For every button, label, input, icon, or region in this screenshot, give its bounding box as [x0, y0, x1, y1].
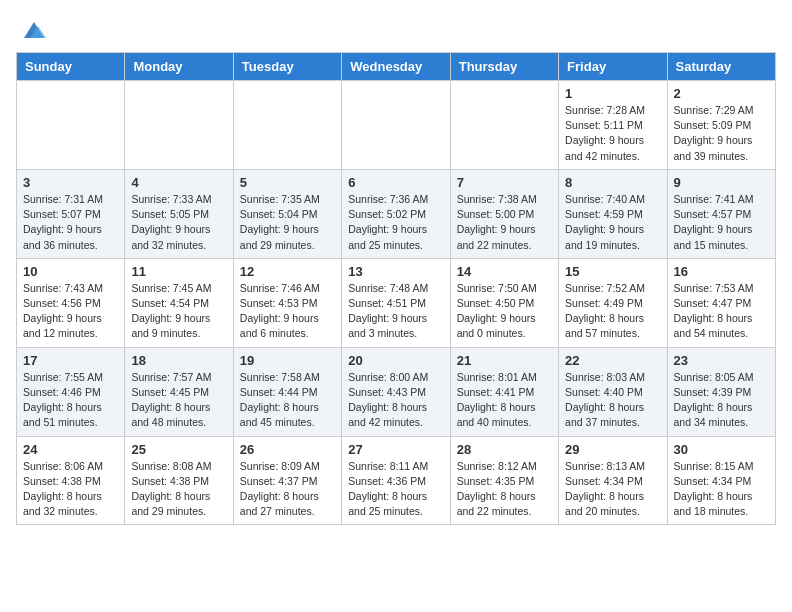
day-number: 17 [23, 353, 118, 368]
day-info: Sunrise: 7:43 AM Sunset: 4:56 PM Dayligh… [23, 281, 118, 342]
day-info: Sunrise: 7:31 AM Sunset: 5:07 PM Dayligh… [23, 192, 118, 253]
calendar-cell: 7Sunrise: 7:38 AM Sunset: 5:00 PM Daylig… [450, 169, 558, 258]
day-number: 25 [131, 442, 226, 457]
day-number: 11 [131, 264, 226, 279]
day-info: Sunrise: 7:36 AM Sunset: 5:02 PM Dayligh… [348, 192, 443, 253]
calendar-cell: 29Sunrise: 8:13 AM Sunset: 4:34 PM Dayli… [559, 436, 667, 525]
day-number: 16 [674, 264, 769, 279]
day-number: 9 [674, 175, 769, 190]
day-number: 10 [23, 264, 118, 279]
day-number: 28 [457, 442, 552, 457]
day-info: Sunrise: 7:45 AM Sunset: 4:54 PM Dayligh… [131, 281, 226, 342]
day-number: 3 [23, 175, 118, 190]
day-number: 18 [131, 353, 226, 368]
day-info: Sunrise: 8:01 AM Sunset: 4:41 PM Dayligh… [457, 370, 552, 431]
day-number: 1 [565, 86, 660, 101]
column-header-wednesday: Wednesday [342, 53, 450, 81]
calendar-cell: 11Sunrise: 7:45 AM Sunset: 4:54 PM Dayli… [125, 258, 233, 347]
calendar-cell [125, 81, 233, 170]
day-info: Sunrise: 7:52 AM Sunset: 4:49 PM Dayligh… [565, 281, 660, 342]
day-number: 4 [131, 175, 226, 190]
calendar-cell: 28Sunrise: 8:12 AM Sunset: 4:35 PM Dayli… [450, 436, 558, 525]
calendar-cell: 20Sunrise: 8:00 AM Sunset: 4:43 PM Dayli… [342, 347, 450, 436]
column-header-monday: Monday [125, 53, 233, 81]
day-number: 14 [457, 264, 552, 279]
day-info: Sunrise: 7:33 AM Sunset: 5:05 PM Dayligh… [131, 192, 226, 253]
day-info: Sunrise: 7:57 AM Sunset: 4:45 PM Dayligh… [131, 370, 226, 431]
day-number: 24 [23, 442, 118, 457]
day-info: Sunrise: 7:38 AM Sunset: 5:00 PM Dayligh… [457, 192, 552, 253]
day-info: Sunrise: 7:48 AM Sunset: 4:51 PM Dayligh… [348, 281, 443, 342]
calendar-cell [342, 81, 450, 170]
calendar-cell: 30Sunrise: 8:15 AM Sunset: 4:34 PM Dayli… [667, 436, 775, 525]
calendar-cell [233, 81, 341, 170]
calendar-cell [17, 81, 125, 170]
calendar-cell: 5Sunrise: 7:35 AM Sunset: 5:04 PM Daylig… [233, 169, 341, 258]
day-number: 22 [565, 353, 660, 368]
day-info: Sunrise: 7:55 AM Sunset: 4:46 PM Dayligh… [23, 370, 118, 431]
day-info: Sunrise: 8:05 AM Sunset: 4:39 PM Dayligh… [674, 370, 769, 431]
week-row-3: 10Sunrise: 7:43 AM Sunset: 4:56 PM Dayli… [17, 258, 776, 347]
column-header-sunday: Sunday [17, 53, 125, 81]
day-number: 27 [348, 442, 443, 457]
day-info: Sunrise: 8:11 AM Sunset: 4:36 PM Dayligh… [348, 459, 443, 520]
day-info: Sunrise: 8:12 AM Sunset: 4:35 PM Dayligh… [457, 459, 552, 520]
logo-icon [20, 16, 48, 44]
calendar-cell: 23Sunrise: 8:05 AM Sunset: 4:39 PM Dayli… [667, 347, 775, 436]
day-number: 20 [348, 353, 443, 368]
column-header-saturday: Saturday [667, 53, 775, 81]
day-info: Sunrise: 8:13 AM Sunset: 4:34 PM Dayligh… [565, 459, 660, 520]
calendar-cell: 15Sunrise: 7:52 AM Sunset: 4:49 PM Dayli… [559, 258, 667, 347]
calendar-cell: 13Sunrise: 7:48 AM Sunset: 4:51 PM Dayli… [342, 258, 450, 347]
day-info: Sunrise: 7:46 AM Sunset: 4:53 PM Dayligh… [240, 281, 335, 342]
day-info: Sunrise: 8:08 AM Sunset: 4:38 PM Dayligh… [131, 459, 226, 520]
calendar-cell: 27Sunrise: 8:11 AM Sunset: 4:36 PM Dayli… [342, 436, 450, 525]
day-info: Sunrise: 8:03 AM Sunset: 4:40 PM Dayligh… [565, 370, 660, 431]
day-number: 5 [240, 175, 335, 190]
day-number: 23 [674, 353, 769, 368]
calendar-cell: 26Sunrise: 8:09 AM Sunset: 4:37 PM Dayli… [233, 436, 341, 525]
day-number: 21 [457, 353, 552, 368]
day-number: 26 [240, 442, 335, 457]
day-info: Sunrise: 8:09 AM Sunset: 4:37 PM Dayligh… [240, 459, 335, 520]
day-number: 29 [565, 442, 660, 457]
calendar-cell: 12Sunrise: 7:46 AM Sunset: 4:53 PM Dayli… [233, 258, 341, 347]
calendar-cell: 2Sunrise: 7:29 AM Sunset: 5:09 PM Daylig… [667, 81, 775, 170]
calendar-cell: 19Sunrise: 7:58 AM Sunset: 4:44 PM Dayli… [233, 347, 341, 436]
day-number: 13 [348, 264, 443, 279]
column-header-thursday: Thursday [450, 53, 558, 81]
calendar-cell: 1Sunrise: 7:28 AM Sunset: 5:11 PM Daylig… [559, 81, 667, 170]
day-info: Sunrise: 7:35 AM Sunset: 5:04 PM Dayligh… [240, 192, 335, 253]
day-info: Sunrise: 8:00 AM Sunset: 4:43 PM Dayligh… [348, 370, 443, 431]
calendar-cell: 25Sunrise: 8:08 AM Sunset: 4:38 PM Dayli… [125, 436, 233, 525]
calendar-cell: 17Sunrise: 7:55 AM Sunset: 4:46 PM Dayli… [17, 347, 125, 436]
calendar-cell: 14Sunrise: 7:50 AM Sunset: 4:50 PM Dayli… [450, 258, 558, 347]
logo [16, 16, 48, 44]
day-number: 15 [565, 264, 660, 279]
day-info: Sunrise: 7:40 AM Sunset: 4:59 PM Dayligh… [565, 192, 660, 253]
column-header-friday: Friday [559, 53, 667, 81]
day-number: 7 [457, 175, 552, 190]
calendar-cell: 6Sunrise: 7:36 AM Sunset: 5:02 PM Daylig… [342, 169, 450, 258]
day-info: Sunrise: 7:53 AM Sunset: 4:47 PM Dayligh… [674, 281, 769, 342]
calendar-cell: 16Sunrise: 7:53 AM Sunset: 4:47 PM Dayli… [667, 258, 775, 347]
day-info: Sunrise: 8:15 AM Sunset: 4:34 PM Dayligh… [674, 459, 769, 520]
week-row-5: 24Sunrise: 8:06 AM Sunset: 4:38 PM Dayli… [17, 436, 776, 525]
calendar-cell: 9Sunrise: 7:41 AM Sunset: 4:57 PM Daylig… [667, 169, 775, 258]
day-info: Sunrise: 8:06 AM Sunset: 4:38 PM Dayligh… [23, 459, 118, 520]
day-info: Sunrise: 7:41 AM Sunset: 4:57 PM Dayligh… [674, 192, 769, 253]
calendar-cell: 8Sunrise: 7:40 AM Sunset: 4:59 PM Daylig… [559, 169, 667, 258]
day-info: Sunrise: 7:58 AM Sunset: 4:44 PM Dayligh… [240, 370, 335, 431]
calendar-table: SundayMondayTuesdayWednesdayThursdayFrid… [16, 52, 776, 525]
day-info: Sunrise: 7:50 AM Sunset: 4:50 PM Dayligh… [457, 281, 552, 342]
page-header [16, 16, 776, 44]
calendar-cell: 10Sunrise: 7:43 AM Sunset: 4:56 PM Dayli… [17, 258, 125, 347]
day-number: 30 [674, 442, 769, 457]
calendar-cell: 22Sunrise: 8:03 AM Sunset: 4:40 PM Dayli… [559, 347, 667, 436]
week-row-4: 17Sunrise: 7:55 AM Sunset: 4:46 PM Dayli… [17, 347, 776, 436]
calendar-cell [450, 81, 558, 170]
calendar-header-row: SundayMondayTuesdayWednesdayThursdayFrid… [17, 53, 776, 81]
calendar-cell: 4Sunrise: 7:33 AM Sunset: 5:05 PM Daylig… [125, 169, 233, 258]
calendar-cell: 3Sunrise: 7:31 AM Sunset: 5:07 PM Daylig… [17, 169, 125, 258]
day-number: 12 [240, 264, 335, 279]
